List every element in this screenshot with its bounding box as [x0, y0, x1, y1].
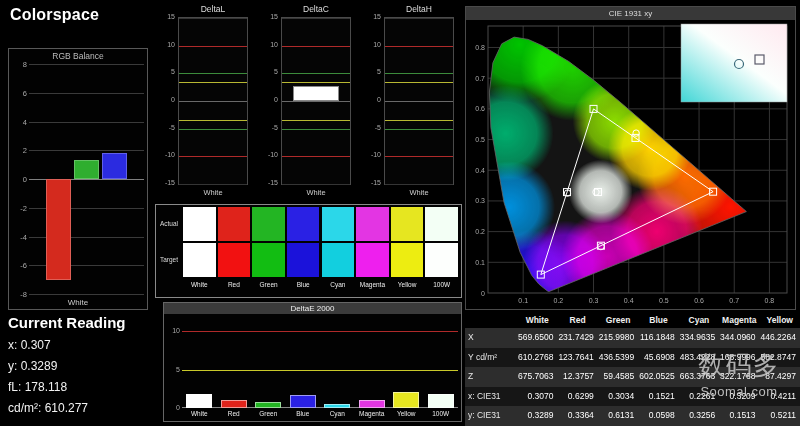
rgb-balance-chart: RGB Balance White 86420-2-4-6-8 — [8, 48, 148, 310]
deltae-bar — [255, 402, 281, 408]
reading-line: y: 0.3289 — [8, 359, 126, 373]
reference-line — [385, 82, 453, 83]
axis-tick-label: 8 — [11, 60, 27, 69]
axis-tick-label: 0.2 — [475, 228, 485, 235]
table-cell: 322.1768 — [719, 367, 759, 387]
swatch-row-label: Actual — [156, 220, 182, 227]
swatch-column-label: Magenta — [355, 281, 390, 288]
axis-tick-label: -4 — [11, 233, 27, 242]
table-column-header: Blue — [638, 312, 678, 328]
axis-tick-label: -10 — [158, 151, 175, 158]
swatch-actual — [183, 207, 216, 241]
table-cell: 0.1513 — [719, 406, 759, 426]
axis-tick-label: 0 — [364, 96, 381, 103]
axis-tick-label: 0 — [481, 290, 485, 297]
cie-plot: 0.10.20.30.40.50.60.70.80.80.70.60.50.40… — [466, 20, 795, 309]
axis-tick-label: 0 — [165, 404, 180, 411]
table-cell: 675.7063 — [517, 367, 557, 387]
category-label: White — [281, 188, 351, 197]
axis-tick-label: 6 — [11, 89, 27, 98]
table-row-label: Y cd/m² — [465, 348, 517, 368]
table-column-header: Magenta — [719, 312, 759, 328]
reference-line — [385, 156, 453, 157]
axis-tick-label: 10 — [364, 41, 381, 48]
axis-tick-label: 0.8 — [475, 44, 485, 51]
table-cell: 215.9980 — [598, 328, 638, 348]
reference-line — [182, 331, 458, 332]
table-cell: 610.2768 — [517, 348, 557, 368]
table-row-label: Z — [465, 367, 517, 387]
swatch-actual — [322, 207, 355, 241]
axis-tick-label: 0.3 — [475, 197, 485, 204]
reference-line — [282, 120, 350, 121]
deltae-2000-title: DeltaE 2000 — [164, 303, 461, 314]
axis-tick-label: 5 — [261, 68, 278, 75]
category-label: Green — [251, 410, 286, 417]
delta-chart-deltac: DeltaC151050-5-10-15White — [261, 4, 355, 202]
swatch-target — [425, 243, 458, 277]
swatch-target — [252, 243, 285, 277]
table-cell: 344.0960 — [719, 328, 759, 348]
axis-tick-label: -6 — [11, 261, 27, 270]
table-cell: 123.7641 — [557, 348, 597, 368]
axis-tick-label: -2 — [11, 204, 27, 213]
table-cell: 168.9996 — [719, 348, 759, 368]
reference-line — [282, 129, 350, 130]
reading-line: fL: 178.118 — [8, 380, 126, 394]
table-cell: 12.3757 — [557, 367, 597, 387]
colorspace-app: Colorspace RGB Balance White 86420-2-4-6… — [0, 0, 800, 426]
gridline — [282, 101, 350, 102]
swatch-actual — [356, 207, 389, 241]
swatch-actual — [218, 207, 251, 241]
table-row-label: X — [465, 328, 517, 348]
swatch-column-label: Yellow — [390, 281, 425, 288]
axis-tick-label: 0 — [11, 175, 27, 184]
swatch-column-label: Blue — [286, 281, 321, 288]
axis-tick-label: 10 — [261, 41, 278, 48]
table-cell: 0.6299 — [557, 387, 597, 407]
reference-line — [282, 156, 350, 157]
deltae-bar — [186, 394, 212, 408]
category-label: White — [178, 188, 248, 197]
table-cell: 334.9635 — [679, 328, 719, 348]
reference-line — [179, 129, 247, 130]
table-cell: 663.3763 — [679, 367, 719, 387]
category-label: White — [182, 410, 217, 417]
category-label: 100W — [424, 410, 459, 417]
table-cell: 231.7429 — [557, 328, 597, 348]
gridline — [29, 294, 144, 295]
current-reading-values: x: 0.307y: 0.3289fL: 178.118cd/m²: 610.2… — [8, 338, 126, 415]
rgb-bar-blue — [102, 153, 127, 179]
axis-tick-label: 5 — [165, 366, 180, 373]
table-cell: 446.2264 — [760, 328, 800, 348]
axis-tick-label: 0.4 — [475, 167, 485, 174]
swatch-target — [391, 243, 424, 277]
swatch-target — [183, 243, 216, 277]
swatch-target — [218, 243, 251, 277]
reference-line — [282, 73, 350, 74]
table-cell: 569.6500 — [517, 328, 557, 348]
reference-line — [179, 120, 247, 121]
swatch-column-label: Green — [251, 281, 286, 288]
table-cell: 602.0525 — [638, 367, 678, 387]
delta-chart-title: DeltaL — [178, 4, 248, 14]
gridline — [385, 184, 453, 185]
category-label: White — [384, 188, 454, 197]
axis-tick-label: 10 — [158, 41, 175, 48]
swatch-actual — [287, 207, 320, 241]
table-cell: 0.2261 — [679, 387, 719, 407]
current-reading: Current Reading x: 0.307y: 0.3289fL: 178… — [8, 314, 126, 415]
table-column-header: Yellow — [760, 312, 800, 328]
reference-line — [179, 46, 247, 47]
delta-chart-title: DeltaC — [281, 4, 351, 14]
axis-tick-label: -5 — [364, 124, 381, 131]
swatch-column-label: White — [182, 281, 217, 288]
swatch-actual — [425, 207, 458, 241]
deltae-bar — [290, 395, 316, 408]
category-label: Magenta — [355, 410, 390, 417]
cie-diagram-title: CIE 1931 xy — [466, 7, 795, 20]
gridline — [29, 150, 144, 151]
axis-tick-label: 2 — [11, 146, 27, 155]
axis-tick-label: 0.6 — [475, 105, 485, 112]
axis-tick-label: 0.1 — [475, 259, 485, 266]
